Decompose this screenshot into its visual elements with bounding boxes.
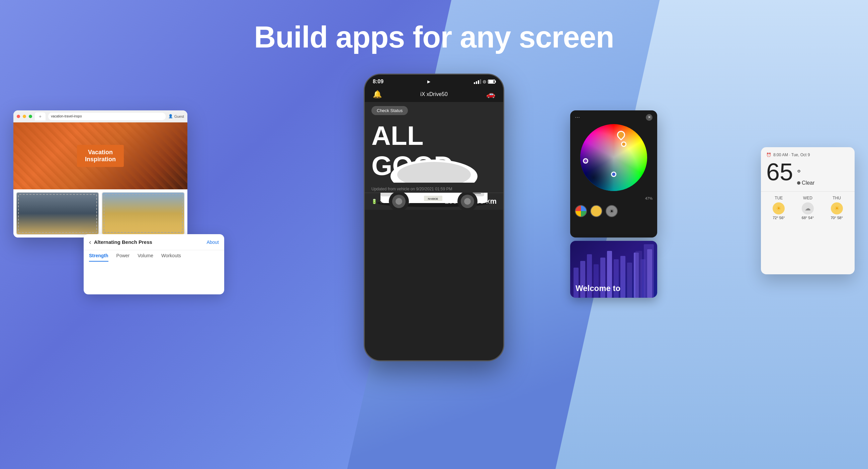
tab-workouts[interactable]: Workouts — [161, 253, 181, 261]
phone-nav-bar: 🔔 iX xDrive50 🚗 — [365, 87, 503, 102]
cp-dot-orange[interactable] — [621, 142, 626, 147]
color-picker-card: ··· ✕ 47% ☀ — [570, 111, 657, 238]
browser-urlbar[interactable]: vacation-travel-inspo — [48, 113, 165, 120]
tab-volume[interactable]: Volume — [137, 253, 153, 261]
signal-bar-2 — [476, 81, 477, 84]
tab-power[interactable]: Power — [117, 253, 130, 261]
guest-label: Guest — [174, 115, 184, 118]
svg-rect-26 — [627, 262, 632, 298]
weather-status-col: ° Clear — [797, 165, 814, 186]
back-icon[interactable]: ‹ — [89, 238, 91, 246]
vacation-line1: Vacation — [88, 149, 113, 156]
browser-content: Vacation Inspiration — [13, 122, 187, 238]
cp-dot-blue[interactable] — [611, 171, 616, 177]
thumb-image-desert — [102, 192, 185, 235]
battery-fill — [489, 80, 494, 83]
browser-tab[interactable]: + — [35, 113, 45, 120]
welcome-card: Welcome to — [570, 241, 657, 298]
forecast-tue-label: TUE — [773, 196, 785, 200]
workout-about-link[interactable]: About — [207, 240, 219, 245]
updated-area: Updated from vehicle on 9/20/2021 01:59 … — [365, 183, 503, 193]
location-icon: ▶ — [427, 79, 430, 84]
weather-forecast: TUE ☀ 72° 56° WED ☁ 68° 54° THU ☀ 70° 58… — [761, 191, 855, 224]
check-status-button[interactable]: Check Status — [371, 106, 408, 115]
dashed-border-2 — [104, 194, 183, 233]
workout-tabs: Strength Power Volume Workouts — [84, 250, 224, 261]
page-headline: Build apps for any screen — [254, 20, 614, 55]
weather-time-row: ⏰ 8:00 AM · Tue, Oct 9 — [766, 153, 849, 157]
cp-white-preset[interactable]: ☀ — [606, 205, 618, 217]
cp-menu-icon[interactable]: ··· — [575, 114, 580, 121]
phone-frame: 8:09 ▶ ⊜ 🔔 iX xDrive50 🚗 Check Status A — [364, 73, 504, 361]
forecast-wed-icon: ☁ — [802, 202, 814, 214]
owl-image — [17, 193, 98, 234]
forecast-thu-label: THU — [831, 196, 843, 200]
weather-clear-label: Clear — [802, 180, 814, 186]
svg-rect-25 — [620, 256, 625, 298]
forecast-thu-temps: 70° 58° — [831, 216, 843, 220]
signal-bar-4 — [480, 79, 481, 84]
browser-toolbar: + vacation-travel-inspo 👤 Guest — [13, 111, 187, 122]
vacation-line2: Inspiration — [85, 156, 116, 163]
wifi-icon: ⊜ — [483, 79, 487, 84]
welcome-text: Welcome to — [576, 284, 620, 293]
guest-icon: 👤 — [168, 114, 173, 118]
cp-brightness-label: 47% — [570, 194, 657, 202]
cp-header: ··· ✕ — [570, 111, 657, 124]
weather-clear-row: Clear — [797, 180, 814, 186]
forecast-thu: THU ☀ 70° 58° — [831, 196, 843, 220]
cp-close-button[interactable]: ✕ — [646, 114, 652, 121]
weather-temperature: 65 — [766, 160, 793, 184]
updated-text: Updated from vehicle on 9/20/2021 01:59 … — [371, 187, 497, 191]
car-model-label: iX xDrive50 — [420, 91, 448, 97]
workout-title: Alternating Bench Press — [94, 239, 207, 245]
weather-temp-row: 65 ° Clear — [766, 160, 849, 186]
forecast-tue: TUE ☀ 72° 56° — [773, 196, 785, 220]
svg-point-10 — [396, 198, 402, 205]
color-wheel-dark-overlay — [580, 124, 647, 191]
car-svg: IV•03CE — [370, 136, 498, 210]
cp-google-preset[interactable] — [575, 205, 587, 217]
desert-image — [102, 193, 184, 234]
phone-status-bar: 8:09 ▶ ⊜ — [365, 74, 503, 87]
forecast-wed: WED ☁ 68° 54° — [802, 196, 814, 220]
weather-header: ⏰ 8:00 AM · Tue, Oct 9 65 ° Clear — [761, 147, 855, 189]
notification-bell-icon[interactable]: 🔔 — [373, 90, 382, 99]
car-icon[interactable]: 🚗 — [486, 90, 495, 99]
phone-main-content: Check Status ALL GOOD — [365, 102, 503, 210]
weather-status-dot — [797, 181, 800, 185]
weather-degree: ° — [797, 168, 814, 179]
browser-bottom-row — [13, 189, 187, 238]
thumb-image-owl — [16, 192, 99, 235]
cp-yellow-preset[interactable] — [590, 205, 602, 217]
clock-icon: ⏰ — [766, 153, 771, 157]
forecast-tue-icon: ☀ — [773, 202, 785, 214]
cp-dot-purple[interactable] — [583, 158, 588, 164]
vacation-label: Vacation Inspiration — [77, 145, 124, 167]
browser-dot-yellow[interactable] — [23, 115, 26, 118]
browser-dot-green[interactable] — [29, 115, 32, 118]
signal-bar-3 — [478, 80, 479, 84]
forecast-tue-temps: 72° 56° — [773, 216, 785, 220]
svg-rect-18 — [574, 268, 579, 298]
workout-card: ‹ Alternating Bench Press About Strength… — [84, 234, 224, 294]
url-text: vacation-travel-inspo — [51, 115, 82, 118]
forecast-wed-label: WED — [802, 196, 814, 200]
phone-time: 8:09 — [373, 79, 383, 85]
cp-bottom-row: ☀ — [570, 202, 657, 220]
browser-guest[interactable]: 👤 Guest — [168, 114, 184, 118]
browser-dot-red[interactable] — [17, 115, 20, 118]
tab-strength[interactable]: Strength — [89, 253, 108, 261]
forecast-thu-icon: ☀ — [831, 202, 843, 214]
dashed-border — [18, 194, 97, 233]
vacation-hero: Vacation Inspiration — [13, 122, 187, 189]
phone-icons: ⊜ — [474, 79, 495, 84]
signal-bar-1 — [474, 82, 475, 84]
weather-card: ⏰ 8:00 AM · Tue, Oct 9 65 ° Clear TUE ☀ … — [761, 147, 855, 274]
svg-rect-31 — [636, 251, 642, 298]
svg-text:IV•03CE: IV•03CE — [428, 197, 438, 200]
weather-time-label: 8:00 AM · Tue, Oct 9 — [773, 153, 810, 157]
color-wheel[interactable] — [580, 124, 647, 191]
svg-rect-30 — [644, 244, 654, 298]
sun-preset-icon: ☀ — [609, 208, 614, 214]
